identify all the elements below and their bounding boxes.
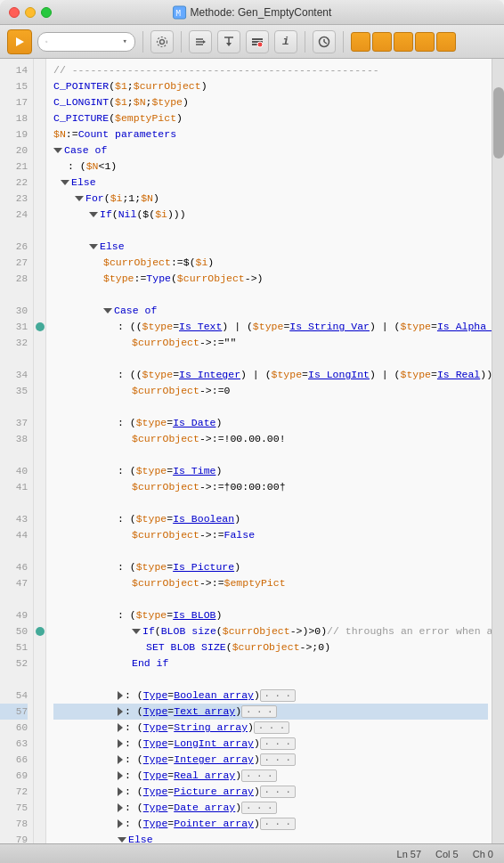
search-box[interactable]: ▾ xyxy=(37,32,135,52)
breakpoint-31[interactable] xyxy=(36,322,45,331)
bp-25 xyxy=(34,223,45,239)
collapse-79[interactable] xyxy=(118,837,126,843)
orange-btn-1[interactable] xyxy=(351,32,370,52)
expand-54[interactable] xyxy=(118,691,123,700)
settings-button[interactable] xyxy=(150,30,174,53)
code-line-30: Case of xyxy=(53,303,488,319)
collapse-23[interactable] xyxy=(75,196,84,201)
expand-78[interactable] xyxy=(118,819,123,828)
code-line-49: : ($type=Is BLOB) xyxy=(53,607,488,623)
code-line-44: $currObject->:=False xyxy=(53,527,488,543)
toolbar-separator-1 xyxy=(142,31,143,53)
orange-btn-3[interactable] xyxy=(394,32,413,52)
collapsed-indicator-54[interactable]: · · · xyxy=(260,689,296,702)
collapse-26[interactable] xyxy=(89,244,98,249)
orange-btn-5[interactable] xyxy=(436,32,456,52)
step-over-button[interactable] xyxy=(189,30,212,53)
orange-btn-2[interactable] xyxy=(372,32,392,52)
collapsed-indicator-69[interactable]: · · · xyxy=(241,769,277,782)
ln-43: 43 xyxy=(0,511,28,527)
collapse-30[interactable] xyxy=(103,308,112,313)
code-line-60: : (Type=String array) · · · xyxy=(53,720,488,736)
ln-75: 75 xyxy=(0,800,28,816)
collapsed-indicator-57[interactable]: · · · xyxy=(241,705,277,718)
code-line-22: Else xyxy=(53,175,488,191)
svg-point-3 xyxy=(45,41,47,43)
expand-57[interactable] xyxy=(118,707,123,716)
info-button[interactable]: i xyxy=(274,30,297,53)
collapse-20[interactable] xyxy=(53,148,62,153)
zoom-button[interactable] xyxy=(41,7,52,18)
code-line-78: : (Type=Pointer array) · · · xyxy=(53,816,488,832)
bp-41 xyxy=(34,479,45,495)
code-line-45 xyxy=(53,543,488,559)
collapsed-indicator-66[interactable]: · · · xyxy=(260,753,296,766)
bp-63 xyxy=(34,736,45,752)
expand-75[interactable] xyxy=(118,803,123,812)
ln-36 xyxy=(0,399,28,415)
run-button[interactable] xyxy=(7,29,32,54)
collapsed-indicator-75[interactable]: · · · xyxy=(241,802,277,814)
code-line-41: $currObject->:=†00:00:00† xyxy=(53,479,488,495)
ln-19: 19 xyxy=(0,126,28,142)
close-button[interactable] xyxy=(9,7,20,18)
ln-35: 35 xyxy=(0,383,28,399)
ln-22: 22 xyxy=(0,175,28,191)
ln-47: 47 xyxy=(0,575,28,591)
collapsed-indicator-72[interactable]: · · · xyxy=(260,786,296,798)
ln-15: 15 xyxy=(0,78,28,94)
bp-31 xyxy=(34,319,45,335)
scrollbar-vertical[interactable] xyxy=(492,59,504,843)
bp-60 xyxy=(34,720,45,736)
expand-63[interactable] xyxy=(118,739,123,748)
code-line-35: $currObject->:=0 xyxy=(53,383,488,399)
ln-29 xyxy=(0,287,28,303)
bp-35 xyxy=(34,383,45,399)
ln-30: 30 xyxy=(0,303,28,319)
bp-46 xyxy=(34,559,45,575)
collapse-22[interactable] xyxy=(61,180,69,185)
ln-18: 18 xyxy=(0,110,28,126)
collapse-24[interactable] xyxy=(89,212,98,217)
code-line-29 xyxy=(53,287,488,303)
breakpoints-button[interactable] xyxy=(246,30,269,53)
bp-21 xyxy=(34,159,45,175)
collapsed-indicator-78[interactable]: · · · xyxy=(260,818,296,830)
step-into-button[interactable] xyxy=(217,30,240,53)
bp-79 xyxy=(34,832,45,843)
bp-24 xyxy=(34,207,45,223)
ln-40: 40 xyxy=(0,463,28,479)
bp-34 xyxy=(34,367,45,383)
traffic-lights xyxy=(9,7,52,18)
code-line-57: : (Type=Text array) · · · xyxy=(53,704,488,720)
expand-69[interactable] xyxy=(118,771,123,780)
collapsed-indicator-60[interactable]: · · · xyxy=(254,721,289,734)
svg-text:M: M xyxy=(176,9,182,18)
breakpoint-50[interactable] xyxy=(36,627,45,636)
scrollbar-thumb[interactable] xyxy=(493,87,504,159)
bp-19 xyxy=(34,126,45,142)
clock-button[interactable] xyxy=(313,30,336,53)
code-line-25 xyxy=(53,223,488,239)
code-line-37: : ($type=Is Date) xyxy=(53,415,488,431)
orange-btn-4[interactable] xyxy=(415,32,435,52)
orange-buttons xyxy=(351,32,456,52)
search-input[interactable] xyxy=(52,37,123,47)
search-dropdown-icon[interactable]: ▾ xyxy=(123,37,127,46)
bp-38 xyxy=(34,431,45,447)
bp-47 xyxy=(34,575,45,591)
code-editor[interactable]: // -------------------------------------… xyxy=(46,59,492,843)
expand-60[interactable] xyxy=(118,723,123,732)
collapsed-indicator-63[interactable]: · · · xyxy=(260,737,296,750)
minimize-button[interactable] xyxy=(25,7,36,18)
bp-53 xyxy=(34,672,45,688)
ln-39 xyxy=(0,447,28,463)
code-line-66: : (Type=Integer array) · · · xyxy=(53,752,488,768)
code-line-40: : ($type=Is Time) xyxy=(53,463,488,479)
expand-72[interactable] xyxy=(118,787,123,796)
code-line-50: If (BLOB size($currObject->)>0) // throu… xyxy=(53,623,488,639)
ln-49: 49 xyxy=(0,607,28,623)
collapse-50[interactable] xyxy=(132,629,141,634)
code-line-52: End if xyxy=(53,655,488,672)
expand-66[interactable] xyxy=(118,755,123,764)
